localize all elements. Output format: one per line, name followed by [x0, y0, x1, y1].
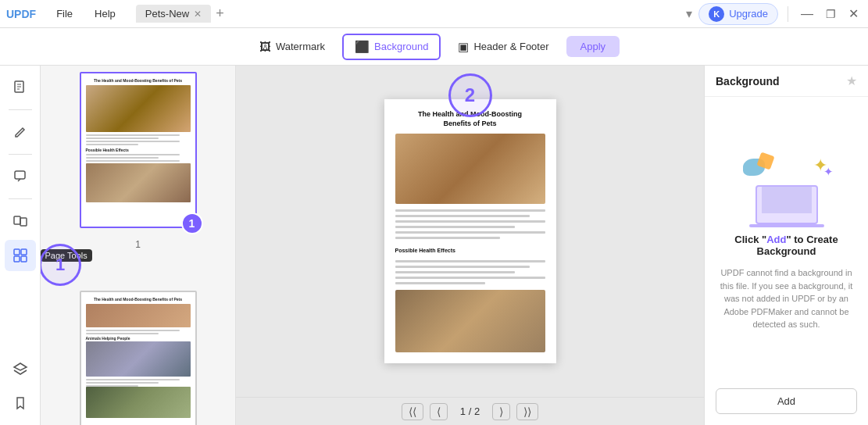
svg-rect-9 [14, 256, 20, 262]
tab-dropdown-button[interactable]: ▾ [686, 6, 692, 21]
page-navigation: ⟨⟨ ⟨ 1 / 2 ⟩ ⟩⟩ [236, 397, 704, 425]
sidebar-divider-2 [9, 154, 32, 155]
page-document: The Health and Mood-BoostingBenefits of … [384, 99, 556, 362]
laptop-base-icon [749, 224, 824, 227]
thumb-bottom-img-1 [86, 163, 191, 202]
watermark-label: Watermark [276, 41, 325, 52]
sidebar-icon-page-tools[interactable]: Page Tools [5, 240, 36, 271]
thumb-image-2[interactable]: The Health and Mood-Boosting Benefits of… [80, 291, 197, 425]
doc-section-title: Possible Health Effects [395, 248, 545, 253]
upgrade-label: Upgrade [729, 8, 768, 20]
right-panel-title: Background [716, 75, 780, 88]
illustration: ✦ ✦ [740, 154, 834, 224]
thumb-badge-1: 1 [181, 212, 203, 234]
doc-pets-image [395, 290, 545, 352]
sidebar-icon-comment[interactable] [5, 161, 36, 192]
watermark-icon: 🖼 [259, 40, 271, 53]
next-page-button[interactable]: ⟩ [492, 403, 510, 420]
main-layout: Page Tools The Health and Mood-Boosting … [0, 66, 868, 425]
divider [788, 6, 788, 22]
toolbar: 🖼 Watermark ⬛ Background ▣ Header & Foot… [0, 28, 868, 66]
header-footer-label: Header & Footer [473, 41, 548, 52]
first-page-button[interactable]: ⟨⟨ [402, 403, 423, 420]
user-avatar: K [709, 6, 724, 22]
background-icon: ⬛ [355, 40, 370, 54]
step-1-indicator: 1 [41, 244, 81, 286]
favorite-button[interactable]: ★ [846, 73, 857, 88]
sidebar: Page Tools [0, 66, 41, 425]
prev-page-button[interactable]: ⟨ [430, 403, 448, 420]
svg-rect-10 [21, 256, 27, 262]
tab-area: Pets-New ✕ + ▾ [136, 5, 692, 23]
thumb-title-1: The Health and Mood-Boosting Benefits of… [86, 78, 191, 83]
doc-intro-text [395, 209, 545, 240]
thumbnail-item-1[interactable]: The Health and Mood-Boosting Benefits of… [47, 72, 229, 250]
thumb-num-1: 1 [135, 239, 141, 250]
thumbnail-item-2[interactable]: The Health and Mood-Boosting Benefits of… [47, 291, 229, 425]
page-view: 2 The Health and Mood-BoostingBenefits o… [236, 66, 704, 397]
watermark-button[interactable]: 🖼 Watermark [248, 35, 336, 58]
sidebar-icon-edit[interactable] [5, 116, 36, 148]
header-footer-button[interactable]: ▣ Header & Footer [447, 35, 559, 59]
title-bar: UPDF File Help Pets-New ✕ + ▾ K Upgrade … [0, 0, 868, 28]
sidebar-icon-layers[interactable] [5, 353, 36, 384]
right-panel-header: Background ★ [705, 66, 868, 97]
close-button[interactable]: ✕ [845, 6, 862, 21]
file-menu[interactable]: File [48, 5, 80, 23]
sidebar-icon-document[interactable] [5, 72, 36, 103]
thumb-cat-image [86, 85, 191, 132]
minimize-button[interactable]: — [798, 7, 816, 21]
step-2-circle: 2 [448, 73, 492, 117]
laptop-screen-icon [762, 187, 812, 213]
right-panel: Background ★ ✦ ✦ Click "Add" to Create B… [704, 66, 868, 425]
thumb-lines-1 [86, 134, 191, 145]
document-tab[interactable]: Pets-New ✕ [136, 5, 211, 23]
thumb-wrapper-1: The Health and Mood-Boosting Benefits of… [80, 72, 197, 228]
doc-cat-image [395, 134, 545, 204]
tab-label: Pets-New [145, 8, 189, 20]
sidebar-icon-convert[interactable] [5, 205, 36, 237]
sidebar-icon-bookmark[interactable] [5, 388, 36, 419]
apply-button[interactable]: Apply [566, 36, 620, 57]
upgrade-button[interactable]: K Upgrade [698, 3, 778, 25]
add-background-button[interactable]: Add [716, 388, 857, 414]
add-text-highlight: Add [766, 234, 786, 245]
svg-rect-8 [21, 249, 27, 255]
sparkle-icon: ✦ [823, 165, 834, 179]
click-add-heading: Click "Add" to Create Background [717, 234, 855, 257]
svg-rect-6 [20, 218, 27, 226]
page-indicator: 1 / 2 [454, 404, 486, 419]
step-1-circle: 1 [41, 244, 81, 286]
background-description: UPDF cannot find a background in this fi… [717, 266, 855, 331]
content-area: 2 The Health and Mood-BoostingBenefits o… [236, 66, 704, 425]
svg-rect-4 [15, 171, 25, 179]
help-menu[interactable]: Help [87, 5, 123, 23]
thumbnails-panel: The Health and Mood-Boosting Benefits of… [41, 66, 236, 425]
background-button[interactable]: ⬛ Background [342, 34, 441, 60]
app-logo: UPDF [6, 8, 36, 20]
right-panel-body: ✦ ✦ Click "Add" to Create Background UPD… [705, 97, 868, 388]
restore-button[interactable]: ❐ [823, 8, 839, 20]
background-label: Background [374, 41, 428, 52]
svg-rect-7 [14, 249, 20, 255]
header-footer-icon: ▣ [458, 40, 469, 54]
svg-rect-5 [14, 216, 20, 224]
step-2-indicator: 2 [448, 73, 492, 117]
thumb-image-1[interactable]: The Health and Mood-Boosting Benefits of… [80, 72, 197, 228]
new-tab-button[interactable]: + [216, 5, 224, 22]
tab-close-button[interactable]: ✕ [194, 9, 202, 20]
last-page-button[interactable]: ⟩⟩ [516, 403, 538, 420]
sidebar-divider-1 [9, 109, 32, 110]
sidebar-divider-3 [9, 198, 32, 199]
thumb-wrapper-2: The Health and Mood-Boosting Benefits of… [80, 291, 197, 425]
